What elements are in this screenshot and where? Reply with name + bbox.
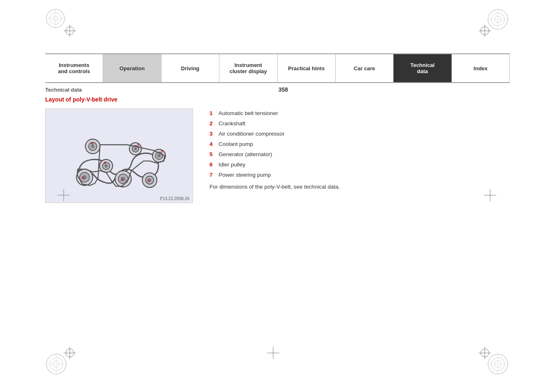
nav-label-car-care: Car care (354, 65, 375, 71)
diagram-title: Layout of poly-V-belt drive (45, 96, 510, 103)
svg-text:2: 2 (121, 177, 123, 182)
component-number-3: 3 (210, 131, 219, 137)
content-area: Technical data 358 Layout of poly-V-belt… (45, 83, 510, 203)
component-item-1: 1 Automatic belt tensioner (210, 110, 510, 116)
svg-text:4: 4 (104, 160, 106, 165)
component-item-3: 3 Air conditioner compressor (210, 131, 510, 137)
nav-label-technical-data: Technical data (410, 62, 435, 74)
component-text-4: Coolant pump (219, 141, 253, 147)
belt-diagram: 6 1 7 4 5 (54, 117, 184, 194)
nav-label-operation: Operation (120, 65, 145, 71)
component-item-2: 2 Crankshaft (210, 120, 510, 127)
component-item-6: 6 Idler pulley (210, 161, 510, 168)
nav-item-technical-data[interactable]: Technical data (394, 54, 451, 82)
nav-item-practical-hints[interactable]: Practical hints (278, 54, 336, 82)
component-number-6: 6 (210, 161, 219, 168)
bottom-left-corner-dec (45, 353, 68, 376)
component-list: 1 Automatic belt tensioner 2 Crankshaft … (210, 108, 510, 203)
svg-text:5: 5 (82, 175, 84, 180)
component-text-5: Generator (alternator) (219, 151, 272, 157)
svg-text:6: 6 (91, 141, 94, 145)
svg-point-26 (158, 154, 160, 157)
nav-bar: Instruments and controls Operation Drivi… (45, 53, 510, 83)
nav-item-instruments[interactable]: Instruments and controls (45, 54, 103, 82)
component-item-7: 7 Power steering pump (210, 172, 510, 178)
bottom-center-crosshair (267, 347, 279, 359)
component-item-5: 5 Generator (alternator) (210, 151, 510, 157)
main-content: 6 1 7 4 5 (45, 108, 510, 203)
page-number: 358 (279, 86, 288, 93)
component-number-1: 1 (210, 110, 219, 116)
component-text-3: Air conditioner compressor (219, 131, 285, 137)
component-text-7: Power steering pump (219, 172, 271, 178)
nav-item-driving[interactable]: Driving (161, 54, 219, 82)
nav-label-instrument-cluster: Instrument cluster display (230, 62, 267, 74)
component-item-4: 4 Coolant pump (210, 141, 510, 147)
nav-item-instrument-cluster[interactable]: Instrument cluster display (219, 54, 277, 82)
section-label: Technical data (45, 87, 82, 93)
bottom-right-corner-dec (487, 353, 509, 376)
nav-item-index[interactable]: Index (452, 54, 510, 82)
right-mid-crosshair (484, 189, 496, 201)
svg-text:3: 3 (147, 178, 150, 183)
left-mid-crosshair (58, 189, 70, 201)
component-number-7: 7 (210, 172, 219, 178)
nav-label-index: Index (474, 65, 488, 71)
component-text-2: Crankshaft (219, 120, 245, 127)
component-number-5: 5 (210, 151, 219, 157)
component-text-1: Automatic belt tensioner (219, 110, 278, 116)
svg-point-30 (105, 165, 107, 167)
nav-label-instruments: Instruments and controls (58, 62, 90, 74)
nav-label-driving: Driving (181, 65, 200, 71)
note-text: For dimensions of the poly-V-belt, see t… (210, 184, 510, 190)
nav-label-practical-hints: Practical hints (288, 65, 325, 71)
diagram-caption: P13.22-2008-26 (160, 196, 189, 201)
svg-point-22 (134, 148, 136, 150)
nav-item-operation[interactable]: Operation (103, 54, 161, 82)
component-number-4: 4 (210, 141, 219, 147)
nav-item-car-care[interactable]: Car care (336, 54, 394, 82)
component-text-6: Idler pulley (219, 161, 245, 168)
component-number-2: 2 (210, 120, 219, 127)
